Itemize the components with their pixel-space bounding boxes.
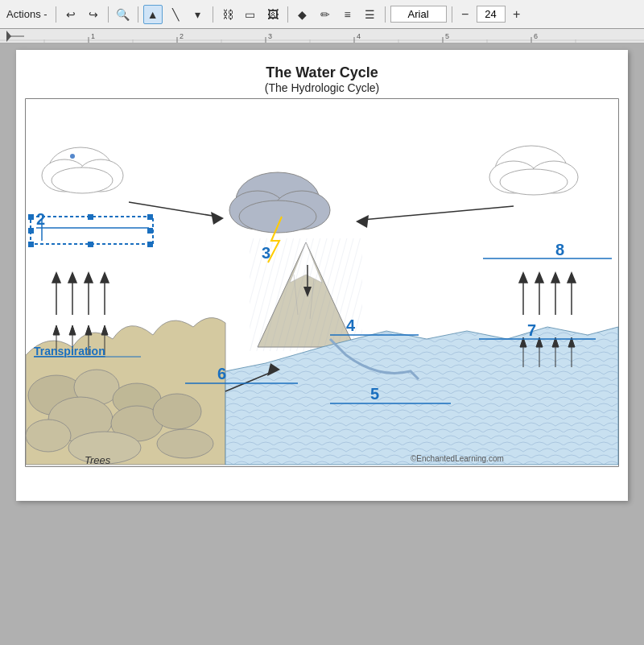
svg-text:7: 7 [527,321,536,339]
ruler: 1 2 3 4 5 6 [0,29,644,43]
svg-rect-110 [88,214,93,220]
actions-menu[interactable]: Actions - [3,6,51,22]
pencil-button[interactable]: ✏ [316,5,335,24]
svg-text:4: 4 [346,316,356,334]
svg-rect-116 [147,228,153,234]
svg-point-43 [70,154,75,159]
svg-rect-112 [28,242,34,247]
svg-text:8: 8 [555,241,564,258]
svg-rect-0 [0,29,644,43]
diagram-title: The Water Cycle [23,64,621,81]
svg-text:3: 3 [262,244,270,262]
svg-point-42 [52,167,113,193]
svg-text:5: 5 [445,32,449,40]
toolbar-separator-4 [213,6,213,23]
svg-text:3: 3 [268,32,272,40]
svg-text:©EnchantedLearning.com: ©EnchantedLearning.com [411,454,504,463]
zoom-button[interactable]: 🔍 [114,5,133,24]
font-name-input[interactable] [390,6,447,23]
toolbar-separator-3 [138,6,138,23]
undo-button[interactable]: ↩ [61,5,80,24]
svg-text:Trees: Trees [85,454,111,466]
document[interactable]: The Water Cycle (The Hydrologic Cycle) T… [16,50,628,501]
svg-text:2: 2 [180,32,184,40]
ruler-svg: 1 2 3 4 5 6 [0,29,644,43]
svg-point-31 [153,394,201,429]
select-button[interactable]: ▲ [143,5,163,24]
line-dropdown[interactable]: ▾ [188,5,208,24]
link-button[interactable]: ⛓ [218,5,237,24]
svg-point-33 [157,429,213,458]
svg-text:6: 6 [217,365,226,382]
fill-button[interactable]: ◆ [293,5,312,24]
image-button[interactable]: 🖼 [263,5,283,24]
diagram-subtitle: (The Hydrologic Cycle) [23,81,621,94]
toolbar-separator-5 [287,6,288,23]
align-left-button[interactable]: ≡ [338,5,357,24]
font-size-decrease-button[interactable]: − [457,6,473,23]
svg-point-47 [500,169,568,195]
svg-point-30 [26,420,71,452]
toolbar-separator-7 [452,6,452,23]
redo-button[interactable]: ↪ [84,5,103,24]
line-button[interactable]: ╲ [166,5,185,24]
svg-text:6: 6 [534,32,538,40]
shape-button[interactable]: ▭ [241,5,260,24]
svg-rect-111 [147,214,153,220]
font-size-input[interactable] [477,6,506,23]
svg-rect-109 [28,214,34,220]
svg-text:2: 2 [36,210,45,228]
toolbar-separator-2 [108,6,109,23]
svg-text:Transpiration: Transpiration [34,345,105,358]
svg-rect-113 [88,242,93,247]
svg-text:5: 5 [370,385,379,403]
toolbar-separator-1 [56,6,56,23]
canvas-area: The Water Cycle (The Hydrologic Cycle) T… [0,43,644,645]
toolbar-separator-6 [385,6,386,23]
svg-rect-114 [147,242,153,247]
align-center-button[interactable]: ☰ [361,5,380,24]
font-size-increase-button[interactable]: + [509,6,525,23]
water-cycle-diagram: Trees [24,97,620,468]
svg-rect-115 [28,228,34,234]
toolbar: Actions - ↩ ↪ 🔍 ▲ ╲ ▾ ⛓ ▭ 🖼 ◆ ✏ ≡ ☰ − + [0,0,644,29]
svg-text:4: 4 [357,32,361,40]
svg-text:1: 1 [91,32,95,40]
